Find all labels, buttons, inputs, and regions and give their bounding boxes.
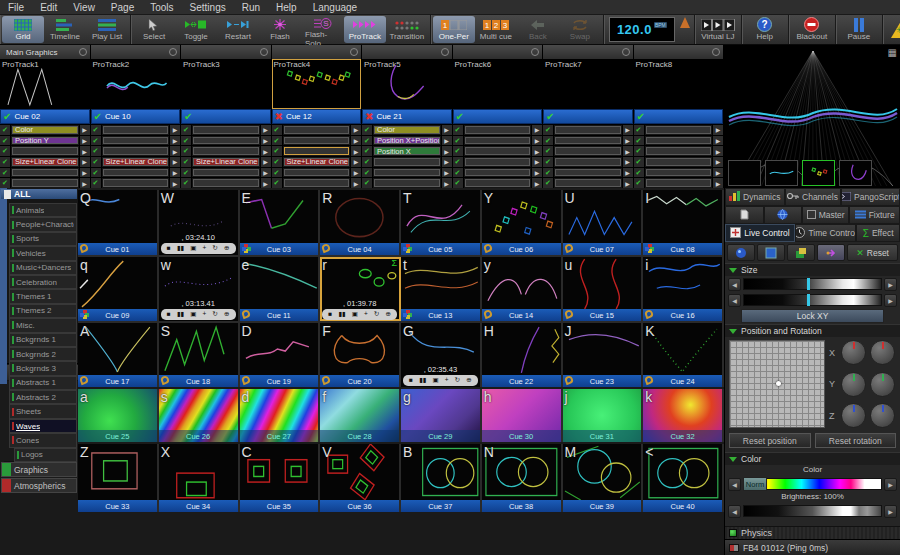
y-knob-1[interactable] <box>841 372 866 397</box>
effect-expand-arrow-icon[interactable]: ▶ <box>622 157 633 167</box>
green-check-icon[interactable]: ✔ <box>362 168 373 178</box>
protrack-cue-bar[interactable]: ✔ <box>543 109 633 124</box>
protrack-preview[interactable]: ProTrack1 <box>0 59 90 109</box>
z-knob-1[interactable] <box>841 403 866 428</box>
cue-cell-cue-09[interactable]: qCue 09 <box>78 257 159 321</box>
rotate-icon[interactable]: ↻ <box>212 311 217 318</box>
effect-slot[interactable] <box>193 137 259 145</box>
cue-cell-cue-29[interactable]: gCue 29 <box>401 389 482 442</box>
effect-slot[interactable] <box>465 169 531 177</box>
cue-cell-cue-34[interactable]: XCue 34 <box>159 444 240 512</box>
cue-cell-cue-04[interactable]: RCue 04 <box>320 190 401 255</box>
effect-slot[interactable] <box>284 147 350 155</box>
toggle-button[interactable]: Toggle <box>175 16 217 43</box>
green-check-icon[interactable]: ✔ <box>272 146 283 156</box>
reset-rotation-button[interactable]: Reset rotation <box>815 433 897 448</box>
sidebar-item-people-characters[interactable]: People+Characters <box>9 217 77 231</box>
physics-bar[interactable]: Physics <box>725 526 900 539</box>
effect-slot[interactable] <box>555 179 621 187</box>
stop-icon[interactable]: ■ <box>328 311 332 318</box>
flash-button[interactable]: Flash <box>259 16 301 43</box>
move-icon[interactable]: + <box>202 311 206 318</box>
cue-cell-key-r[interactable]: rΣ, 01:39.78■▮▮▣+↻⊕ <box>320 257 401 321</box>
effect-expand-arrow-icon[interactable]: ▶ <box>350 125 361 135</box>
pause-button[interactable]: Pause <box>838 16 880 43</box>
laser-preview[interactable]: ▦ <box>725 45 900 188</box>
cue-cell-label-bar[interactable]: Cue 05 <box>401 243 480 255</box>
sidebar-item-abstracts-1[interactable]: Abstracts 1 <box>9 376 77 390</box>
sidebar-item-themes-2[interactable]: Themes 2 <box>9 304 77 318</box>
effect-expand-arrow-icon[interactable]: ▶ <box>260 157 271 167</box>
effect-slot[interactable] <box>465 126 531 134</box>
cue-cell-label-bar[interactable]: Cue 06 <box>482 243 561 255</box>
cue-cell-key-G[interactable]: G, 02:35.43■▮▮▣+↻⊕ <box>401 323 482 387</box>
cue-cell-cue-40[interactable]: <Cue 40 <box>643 444 724 512</box>
green-check-icon[interactable]: ✔ <box>453 125 464 135</box>
preview-thumbnail-2[interactable] <box>765 160 798 186</box>
green-check-icon[interactable]: ✔ <box>362 125 373 135</box>
effect-slot[interactable] <box>193 179 259 187</box>
effect-expand-arrow-icon[interactable]: ▶ <box>441 146 452 156</box>
protrack-radio-icon[interactable] <box>350 48 358 56</box>
sidebar-item-bckgrnds-1[interactable]: Bckgrnds 1 <box>9 333 77 347</box>
sidebar-item-bckgrnds-2[interactable]: Bckgrnds 2 <box>9 347 77 361</box>
effect-expand-arrow-icon[interactable]: ▶ <box>260 178 271 188</box>
cue-cell-label-bar[interactable]: Cue 28 <box>320 430 399 442</box>
target-icon[interactable]: ⊕ <box>466 377 471 384</box>
effect-expand-arrow-icon[interactable]: ▶ <box>79 125 90 135</box>
cue-cell-key-W[interactable]: W, 03:24.10■▮▮▣+↻⊕ <box>159 190 240 255</box>
effect-expand-arrow-icon[interactable]: ▶ <box>531 168 542 178</box>
effect-expand-arrow-icon[interactable]: ▶ <box>622 125 633 135</box>
restart-button[interactable]: Restart <box>217 16 259 43</box>
target-icon[interactable]: ⊕ <box>385 311 390 318</box>
green-check-icon[interactable]: ✔ <box>91 136 102 146</box>
protrack-cue-bar[interactable]: ✖Cue 21 <box>362 109 452 124</box>
cue-cell-label-bar[interactable]: Cue 35 <box>240 500 319 512</box>
effect-expand-arrow-icon[interactable]: ▶ <box>260 168 271 178</box>
green-check-icon[interactable]: ✔ <box>272 136 283 146</box>
cue-cell-cue-39[interactable]: MCue 39 <box>563 444 644 512</box>
preview-thumbnail-4[interactable] <box>839 160 872 186</box>
effect-slot[interactable] <box>12 179 78 187</box>
cue-cell-cue-27[interactable]: dCue 27 <box>240 389 321 442</box>
preview-grid-icon[interactable]: ▦ <box>888 47 897 58</box>
swap-button[interactable]: Swap <box>559 16 601 43</box>
effect-expand-arrow-icon[interactable]: ▶ <box>622 178 633 188</box>
effect-slot[interactable]: Color <box>374 126 440 134</box>
lock-xy-button[interactable]: Lock XY <box>741 309 884 323</box>
green-check-icon[interactable]: ✔ <box>634 168 645 178</box>
effect-slot[interactable] <box>646 179 712 187</box>
protrack-preview[interactable]: ProTrack4 <box>272 59 362 109</box>
tab-page[interactable] <box>725 206 764 224</box>
effect-slot[interactable] <box>465 147 531 155</box>
protrack-header[interactable] <box>453 45 543 59</box>
cue-cell-cue-26[interactable]: sCue 26 <box>159 389 240 442</box>
cue-cell-label-bar[interactable]: Cue 22 <box>482 375 561 387</box>
help-button[interactable]: ?Help <box>744 16 786 43</box>
tab-effect[interactable]: ΣEffect <box>856 224 900 242</box>
color-slider[interactable]: Norm <box>743 478 882 490</box>
effect-expand-arrow-icon[interactable]: ▶ <box>350 178 361 188</box>
effect-slot[interactable] <box>103 147 169 155</box>
protrack-preview[interactable]: ProTrack8 <box>634 59 724 109</box>
tab-time-control[interactable]: Time Control <box>795 224 856 242</box>
sidebar-item-all[interactable]: ALL <box>1 189 77 199</box>
move-icon[interactable]: + <box>364 311 368 318</box>
effect-expand-arrow-icon[interactable]: ▶ <box>712 146 723 156</box>
effect-slot[interactable] <box>374 179 440 187</box>
slider-min-button[interactable]: ◀ <box>728 278 741 291</box>
effect-expand-arrow-icon[interactable]: ▶ <box>169 157 180 167</box>
green-check-icon[interactable]: ✔ <box>453 178 464 188</box>
cue-cell-cue-05[interactable]: TCue 05 <box>401 190 482 255</box>
bulb-button[interactable] <box>727 244 755 261</box>
cue-cell-label-bar[interactable]: Cue 19 <box>240 375 319 387</box>
brightness-slider[interactable] <box>743 505 882 517</box>
cue-cell-cue-17[interactable]: ACue 17 <box>78 323 159 387</box>
protrack-header[interactable] <box>543 45 633 59</box>
effect-slot[interactable] <box>374 169 440 177</box>
effect-slot[interactable] <box>12 169 78 177</box>
effect-expand-arrow-icon[interactable]: ▶ <box>622 168 633 178</box>
posrot-section-header[interactable]: Position and Rotation <box>725 324 900 337</box>
slider-max-button[interactable]: ▶ <box>884 278 897 291</box>
sidebar-item-logos[interactable]: Logos <box>14 448 77 462</box>
